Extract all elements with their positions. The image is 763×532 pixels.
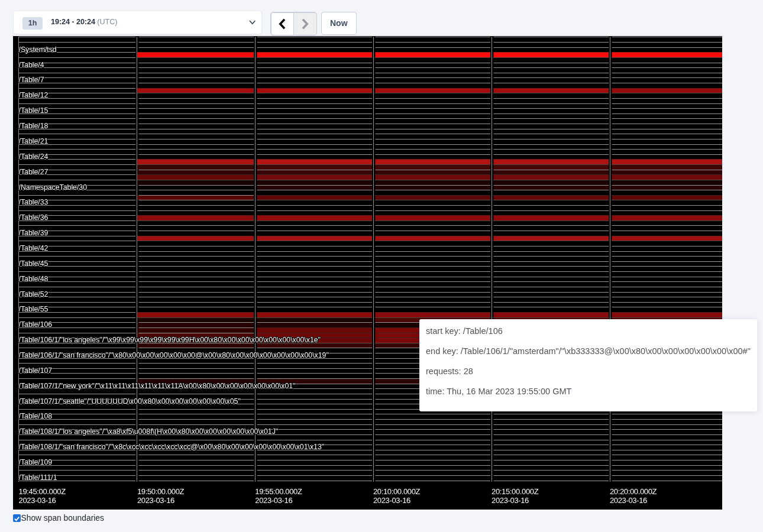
svg-text:/Table/109: /Table/109	[19, 458, 53, 466]
svg-text:/Table/107/1/"new york"/"\x11\: /Table/107/1/"new york"/"\x11\x11\x11\x1…	[19, 382, 296, 390]
svg-text:/Table/111/1: /Table/111/1	[19, 473, 57, 482]
svg-text:/Table/24: /Table/24	[19, 153, 49, 161]
svg-text:20:10:00.000Z: 20:10:00.000Z	[373, 487, 421, 496]
svg-text:2023-03-16: 2023-03-16	[610, 496, 647, 505]
svg-text:20:15:00.000Z: 20:15:00.000Z	[492, 487, 539, 496]
svg-text:/Table/45: /Table/45	[19, 259, 49, 268]
svg-text:/Table/55: /Table/55	[19, 305, 49, 313]
svg-text:/Table/106/1/"san francisco"/": /Table/106/1/"san francisco"/"\x80\x00\x…	[19, 351, 329, 359]
svg-text:2023-03-16: 2023-03-16	[255, 496, 292, 505]
svg-text:/Table/106/1/"los angeles"/"\x: /Table/106/1/"los angeles"/"\x99\x99\x99…	[19, 336, 321, 344]
svg-text:/NamespaceTable/30: /NamespaceTable/30	[19, 183, 88, 192]
svg-text:19:50:00.000Z: 19:50:00.000Z	[137, 487, 185, 496]
svg-text:2023-03-16: 2023-03-16	[137, 496, 174, 505]
svg-text:/Table/108: /Table/108	[19, 412, 53, 420]
svg-text:/Table/18: /Table/18	[19, 122, 49, 130]
svg-text:/Table/36: /Table/36	[19, 213, 49, 222]
svg-text:20:20:00.000Z: 20:20:00.000Z	[610, 487, 657, 496]
svg-text:/Table/108/1/"san francisco"/": /Table/108/1/"san francisco"/"\x8c\xcc\x…	[19, 443, 325, 451]
svg-text:/Table/107/1/"seattle"/"UUUUUU: /Table/107/1/"seattle"/"UUUUUUD\x00\x80\…	[19, 397, 241, 406]
svg-text:/Table/21: /Table/21	[19, 137, 49, 145]
svg-text:/Table/7: /Table/7	[19, 76, 44, 84]
svg-text:2023-03-16: 2023-03-16	[373, 496, 410, 505]
svg-text:/Table/33: /Table/33	[19, 198, 49, 206]
svg-text:2023-03-16: 2023-03-16	[19, 496, 56, 505]
svg-text:/Table/12: /Table/12	[19, 91, 49, 99]
svg-text:/System/tsd: /System/tsd	[19, 46, 57, 54]
svg-text:/Table/107: /Table/107	[19, 366, 53, 375]
svg-text:/Table/27: /Table/27	[19, 168, 49, 176]
svg-text:19:55:00.000Z: 19:55:00.000Z	[255, 487, 302, 496]
svg-text:19:45:00.000Z: 19:45:00.000Z	[19, 487, 66, 496]
svg-text:/Table/39: /Table/39	[19, 229, 49, 237]
svg-text:/Table/106: /Table/106	[19, 320, 53, 329]
svg-text:/Table/4: /Table/4	[19, 61, 44, 69]
svg-text:2023-03-16: 2023-03-16	[492, 496, 529, 505]
svg-text:/Table/15: /Table/15	[19, 106, 49, 115]
svg-text:/Table/42: /Table/42	[19, 244, 49, 252]
svg-text:/Table/108/1/"los angeles"/"\x: /Table/108/1/"los angeles"/"\xa8\xf5\u00…	[19, 427, 279, 436]
svg-text:/Table/48: /Table/48	[19, 275, 49, 283]
svg-text:/Table/52: /Table/52	[19, 290, 49, 299]
